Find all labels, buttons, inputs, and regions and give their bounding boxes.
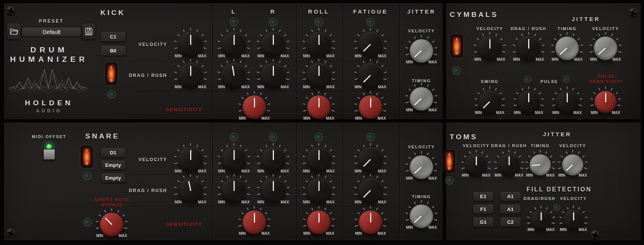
kick-roll-sensitivity-knob[interactable]: MINMAX [302, 90, 336, 124]
cymbals-velocity-knob[interactable]: MINMAX [473, 31, 507, 65]
knob-tick [287, 187, 289, 188]
knob-min-label: MIN [355, 85, 361, 89]
snare-r-velocity-knob[interactable]: MINMAX [256, 142, 290, 177]
snare-bypass-led [83, 172, 91, 180]
cymbals-swing-knob[interactable]: MINMAX [473, 86, 506, 118]
toms-note-button-g1[interactable]: G1 [473, 217, 494, 227]
knob-tick [502, 98, 505, 99]
snare-l-velocity-knob[interactable]: MINMAX [217, 142, 251, 177]
knob-pointer [595, 91, 616, 113]
cymbals-power-toggle[interactable]: I O [452, 36, 462, 56]
snare-lr-sensitivity-knob[interactable]: MINMAX [237, 205, 271, 239]
kick-r-drag-knob[interactable]: MINMAX [256, 58, 290, 93]
toms-power-toggle[interactable]: I O [445, 151, 454, 171]
knob-tick [324, 60, 326, 63]
knob-tick [279, 145, 281, 147]
save-icon [85, 27, 93, 36]
load-preset-button[interactable] [6, 23, 21, 40]
snare-drag-knob[interactable]: MINMAX [173, 173, 208, 208]
kick-velocity-knob[interactable]: MINMAX [173, 27, 208, 62]
kick-l-drag-knob[interactable]: MINMAX [217, 58, 251, 93]
toms-jitter-timing-knob[interactable]: MINMAX [524, 149, 556, 181]
knob-tick [605, 32, 606, 35]
toms-note-button-a1a[interactable]: A1 [500, 191, 521, 201]
knob-min-label: MIN [513, 57, 520, 62]
knob-tick [125, 221, 128, 222]
knob-tick [303, 110, 306, 111]
kick-r-velocity-knob[interactable]: MINMAX [256, 27, 290, 62]
snare-note-button-3[interactable]: Empty [101, 173, 126, 183]
cymbals-jitter-timing-knob[interactable]: MINMAX [550, 31, 584, 65]
kick-fatigue-led [366, 18, 375, 26]
toms-note-button-f1[interactable]: F1 [473, 204, 494, 214]
knob-tick [332, 162, 335, 164]
cymbals-pulse-knob-a[interactable]: MINMAX [512, 86, 545, 118]
snare-fatigue-sensitivity-knob[interactable]: MINMAX [354, 205, 387, 239]
cymbals-drag-knob[interactable]: MINMAX [512, 31, 546, 65]
toms-note-button-c2[interactable]: C2 [500, 217, 521, 227]
knob-max-label: MAX [612, 111, 620, 115]
column-r-header: R [271, 8, 276, 15]
toms-note-button-a1b[interactable]: A1 [500, 204, 521, 214]
knob-tick [183, 176, 185, 178]
knob-pointer [307, 179, 331, 203]
snare-fatigue-drag-knob[interactable]: MINMAX [353, 173, 388, 208]
snare-r-led [269, 133, 277, 141]
snare-note-button-1[interactable]: D1 [101, 148, 126, 157]
kick-lr-sensitivity-knob[interactable]: MINMAX [237, 90, 271, 124]
knob-min-label: MIN [474, 57, 481, 62]
kick-jitter-timing-knob[interactable]: MINMAX [404, 82, 438, 116]
knob-min-label: MIN [527, 228, 534, 232]
knob-tick [598, 88, 600, 91]
snare-jitter-velocity-knob[interactable]: MINMAX [404, 150, 438, 184]
snare-roll-velocity-knob[interactable]: MINMAX [301, 142, 336, 177]
snare-roll-drag-knob[interactable]: MINMAX [301, 173, 336, 208]
kick-roll-drag-knob[interactable]: MINMAX [301, 58, 336, 93]
save-preset-button[interactable] [81, 23, 96, 40]
toms-jitter-velocity-knob[interactable]: MINMAX [557, 149, 589, 181]
knob-max-label: MAX [613, 57, 621, 62]
snare-fatigue-velocity-knob[interactable]: MINMAX [353, 142, 388, 177]
knob-tick [247, 156, 250, 157]
knob-tick [266, 60, 267, 63]
knob-tick [247, 208, 249, 210]
knob-body [261, 63, 285, 88]
knob-min-label: MIN [558, 173, 565, 177]
cymbals-pulse-knob-b[interactable]: MINMAX [551, 86, 583, 118]
toms-note-button-e1[interactable]: E1 [473, 191, 494, 201]
knob-tick [582, 156, 585, 158]
kick-jitter-velocity-knob[interactable]: MINMAX [404, 34, 438, 68]
knob-tick [355, 110, 358, 111]
column-jitter-header: JITTER [407, 8, 436, 15]
snare-l-drag-knob[interactable]: MINMAX [217, 173, 251, 208]
cymbals-pulse-sensitivity-knob[interactable]: MINMAX [589, 86, 622, 118]
kick-note-button-1[interactable]: C1 [100, 31, 126, 42]
knob-tick [203, 47, 207, 49]
kick-l-velocity-knob[interactable]: MINMAX [217, 27, 251, 62]
kick-fatigue-drag-knob[interactable]: MINMAX [353, 58, 388, 93]
cymbals-jitter-velocity-knob[interactable]: MINMAX [589, 31, 622, 65]
snare-r-drag-knob[interactable]: MINMAX [256, 173, 290, 208]
knob-tick [286, 78, 289, 80]
midi-offset-button[interactable] [43, 149, 55, 160]
preset-value-field[interactable]: Default [22, 27, 81, 37]
fill-drag-knob[interactable]: MINMAX [526, 205, 556, 235]
kick-roll-velocity-knob[interactable]: MINMAX [301, 27, 336, 62]
snare-power-toggle[interactable]: I O [82, 147, 92, 166]
toms-drag-knob[interactable]: MINMAX [493, 149, 525, 181]
snare-roll-sensitivity-knob[interactable]: MINMAX [302, 205, 336, 239]
toms-velocity-knob[interactable]: MINMAX [460, 149, 492, 181]
knob-min-label: MIN [257, 54, 264, 58]
ghost-note-bypass-knob[interactable]: MINMAX [95, 208, 129, 242]
knob-max-label: MAX [119, 234, 127, 238]
snare-velocity-knob[interactable]: MINMAX [173, 142, 208, 177]
knob-tick [406, 102, 409, 103]
kick-drag-knob[interactable]: MINMAX [173, 58, 208, 93]
snare-jitter-timing-knob[interactable]: MINMAX [404, 199, 438, 233]
kick-fatigue-sensitivity-knob[interactable]: MINMAX [354, 90, 387, 124]
knob-tick [500, 92, 502, 94]
kick-fatigue-velocity-knob[interactable]: MINMAX [353, 27, 388, 62]
fill-velocity-knob[interactable]: MINMAX [558, 205, 589, 235]
knob-tick [287, 72, 289, 73]
knob-body [466, 154, 487, 176]
